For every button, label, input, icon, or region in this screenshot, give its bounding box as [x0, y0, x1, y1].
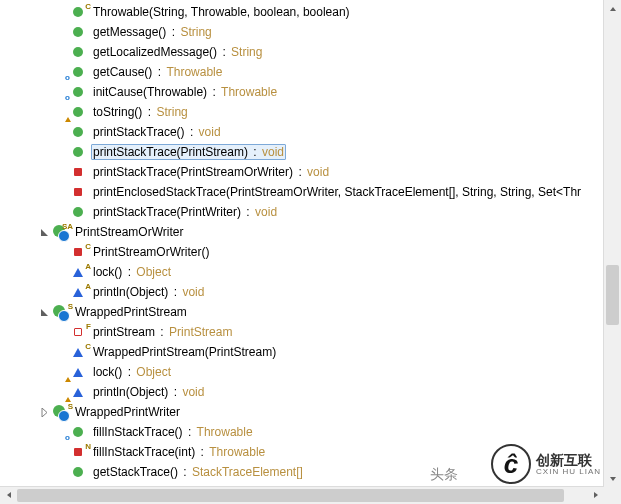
- tree-row[interactable]: oinitCause(Throwable) : Throwable: [0, 82, 604, 102]
- tree-row[interactable]: printStackTrace(PrintStreamOrWriter) : v…: [0, 162, 604, 182]
- tree-item-label[interactable]: PrintStreamOrWriter(): [91, 244, 211, 260]
- tree-row[interactable]: printStackTrace(PrintWriter) : void: [0, 202, 604, 222]
- tree-item-label[interactable]: println(Object) : void: [91, 384, 206, 400]
- tree-row[interactable]: SAPrintStreamOrWriter: [0, 222, 604, 242]
- default-method-icon: A: [70, 284, 86, 300]
- expand-toggle: [54, 464, 70, 480]
- tree-item-label[interactable]: printStackTrace(PrintStream) : void: [91, 144, 286, 160]
- return-type: Object: [136, 265, 171, 279]
- expand-toggle[interactable]: [36, 304, 52, 320]
- private-field-icon: F: [70, 324, 86, 340]
- tree-item-label[interactable]: WrappedPrintStream: [73, 304, 189, 320]
- type-separator: :: [170, 285, 180, 299]
- member-name: getCause(): [93, 65, 152, 79]
- expand-toggle: [54, 264, 70, 280]
- tree-item-label[interactable]: fillInStackTrace() : Throwable: [91, 424, 255, 440]
- expand-toggle: [54, 244, 70, 260]
- tree-row[interactable]: SWrappedPrintStream: [0, 302, 604, 322]
- tree-item-label[interactable]: printStackTrace(PrintStreamOrWriter) : v…: [91, 164, 331, 180]
- tree-item-label[interactable]: lock() : Object: [91, 264, 173, 280]
- tree-item-label[interactable]: getLocalizedMessage() : String: [91, 44, 264, 60]
- tree-item-label[interactable]: fillInStackTrace(int) : Throwable: [91, 444, 267, 460]
- vertical-scrollbar[interactable]: [603, 0, 621, 487]
- tree-row[interactable]: CThrowable(String, Throwable, boolean, b…: [0, 2, 604, 22]
- tree-item-label[interactable]: printEnclosedStackTrace(PrintStreamOrWri…: [91, 184, 583, 200]
- class-icon: S: [52, 404, 68, 420]
- type-separator: :: [197, 445, 207, 459]
- icon-stack: C: [70, 344, 87, 360]
- tree-row[interactable]: printEnclosedStackTrace(PrintStreamOrWri…: [0, 182, 604, 202]
- tree-item-label[interactable]: WrappedPrintStream(PrintStream): [91, 344, 278, 360]
- tree-row[interactable]: CPrintStreamOrWriter(): [0, 242, 604, 262]
- tree-row[interactable]: printStackTrace() : void: [0, 122, 604, 142]
- icon-stack: A: [70, 284, 87, 300]
- tree-row[interactable]: lock() : Object: [0, 362, 604, 382]
- tree-row[interactable]: getMessage() : String: [0, 22, 604, 42]
- type-separator: :: [157, 325, 167, 339]
- expand-toggle: [54, 444, 70, 460]
- tree-row[interactable]: printStackTrace(PrintStream) : void: [0, 142, 604, 162]
- tree-item-label[interactable]: lock() : Object: [91, 364, 173, 380]
- scroll-up-arrow[interactable]: [604, 0, 621, 17]
- tree-item-label[interactable]: getStackTrace() : StackTraceElement[]: [91, 464, 305, 480]
- member-name: printStackTrace(PrintWriter): [93, 205, 241, 219]
- public-method-icon: [70, 104, 86, 120]
- tree-item-label[interactable]: printStackTrace() : void: [91, 124, 223, 140]
- horizontal-scroll-thumb[interactable]: [17, 489, 564, 502]
- private-method-icon: [70, 184, 86, 200]
- scroll-corner: [604, 487, 621, 504]
- tree-row[interactable]: Aprintln(Object) : void: [0, 282, 604, 302]
- tree-item-label[interactable]: getCause() : Throwable: [91, 64, 224, 80]
- tree-item-label[interactable]: Throwable(String, Throwable, boolean, bo…: [91, 4, 352, 20]
- member-name: lock(): [93, 365, 122, 379]
- expand-toggle[interactable]: [36, 224, 52, 240]
- logo-icon: ĉ: [491, 444, 531, 484]
- tree-item-label[interactable]: println(Object) : void: [91, 284, 206, 300]
- member-name: getLocalizedMessage(): [93, 45, 217, 59]
- tree-row[interactable]: CWrappedPrintStream(PrintStream): [0, 342, 604, 362]
- outline-tree[interactable]: CThrowable(String, Throwable, boolean, b…: [0, 0, 604, 487]
- expand-toggle: [54, 164, 70, 180]
- tree-row[interactable]: ogetCause() : Throwable: [0, 62, 604, 82]
- scroll-down-arrow[interactable]: [604, 470, 621, 487]
- return-type: String: [156, 105, 187, 119]
- scroll-left-arrow[interactable]: [0, 487, 17, 503]
- tree-item-label[interactable]: printStream : PrintStream: [91, 324, 234, 340]
- return-type: String: [231, 45, 262, 59]
- default-method-icon: A: [70, 264, 86, 280]
- type-separator: :: [180, 465, 190, 479]
- expand-toggle[interactable]: [36, 404, 52, 420]
- expand-toggle: [54, 24, 70, 40]
- tree-row[interactable]: SWrappedPrintWriter: [0, 402, 604, 422]
- tree-item-label[interactable]: getMessage() : String: [91, 24, 214, 40]
- type-separator: :: [185, 425, 195, 439]
- return-type: Object: [136, 365, 171, 379]
- tree-row[interactable]: Alock() : Object: [0, 262, 604, 282]
- member-name: println(Object): [93, 385, 168, 399]
- tree-item-label[interactable]: WrappedPrintWriter: [73, 404, 182, 420]
- scroll-right-arrow[interactable]: [587, 487, 604, 503]
- type-separator: :: [295, 165, 305, 179]
- member-name: WrappedPrintStream: [75, 305, 187, 319]
- icon-stack: [70, 124, 87, 140]
- public-method-icon: [70, 144, 86, 160]
- public-method-icon: o: [70, 424, 86, 440]
- icon-stack: [70, 164, 87, 180]
- tree-row[interactable]: toString() : String: [0, 102, 604, 122]
- tree-row[interactable]: ofillInStackTrace() : Throwable: [0, 422, 604, 442]
- member-name: printEnclosedStackTrace(PrintStreamOrWri…: [93, 185, 581, 199]
- public-method-icon: [70, 24, 86, 40]
- tree-row[interactable]: getLocalizedMessage() : String: [0, 42, 604, 62]
- member-name: Throwable(String, Throwable, boolean, bo…: [93, 5, 350, 19]
- horizontal-scrollbar[interactable]: [0, 486, 604, 504]
- tree-item-label[interactable]: printStackTrace(PrintWriter) : void: [91, 204, 279, 220]
- tree-row[interactable]: println(Object) : void: [0, 382, 604, 402]
- tree-item-label[interactable]: initCause(Throwable) : Throwable: [91, 84, 279, 100]
- vertical-scroll-thumb[interactable]: [606, 265, 619, 325]
- public-method-icon: [70, 44, 86, 60]
- tree-item-label[interactable]: toString() : String: [91, 104, 190, 120]
- return-type: void: [307, 165, 329, 179]
- watermark-text: 头条: [430, 466, 458, 484]
- tree-item-label[interactable]: PrintStreamOrWriter: [73, 224, 185, 240]
- tree-row[interactable]: FprintStream : PrintStream: [0, 322, 604, 342]
